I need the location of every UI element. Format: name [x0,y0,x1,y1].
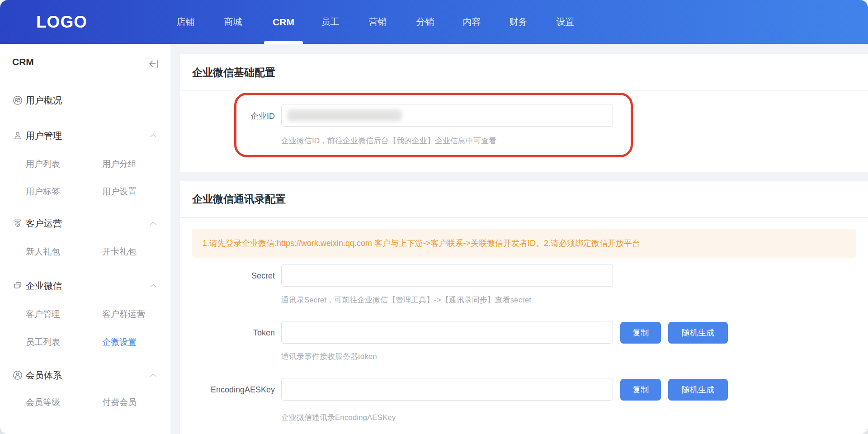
sidebar-item-label: 企业微信 [26,280,62,292]
sidebar-item-wecom[interactable]: 企业微信 [0,277,170,295]
nav-item-marketing[interactable]: 营销 [365,0,390,44]
corp-id-helper: 企业微信ID，前往企业微信后台【我的企业】企业信息中可查看 [281,136,496,146]
chevron-up-icon[interactable] [150,222,156,226]
nav-item-crm-label: CRM [273,17,294,27]
sidebar-subrow: 客户管理 客户群运营 [0,306,170,322]
corp-id-label: 企业ID [180,111,275,122]
generate-aeskey-button[interactable]: 随机生成 [668,379,728,401]
aes-key-input[interactable] [281,378,613,401]
sidebar-item-user-manage[interactable]: 用户管理 [0,127,170,145]
nav-item-finance[interactable]: 财务 [506,0,531,44]
sidebar-item-paid-member[interactable]: 付费会员 [102,396,137,408]
generate-token-button[interactable]: 随机生成 [668,322,728,344]
nav-item-distribution[interactable]: 分销 [413,0,438,44]
top-navbar: LOGO 店铺 商城 CRM 员工 营销 分销 内容 财务 设置 [0,0,868,44]
divider [11,78,160,78]
divider [180,217,868,218]
collapse-sidebar-icon[interactable] [148,59,159,69]
secret-label: Secret [180,271,275,281]
secret-helper: 通讯录Secret，可前往企业微信【管理工具】->【通讯录同步】查看secret [281,295,531,305]
section-wecom-contacts-config: 企业微信通讯录配置 1.请先登录企业微信:https://work.weixin… [180,181,868,434]
wecom-icon [13,281,23,291]
secret-input[interactable] [281,264,613,287]
chevron-up-icon[interactable] [150,134,156,138]
sidebar-title: CRM [12,57,34,67]
nav-item-settings[interactable]: 设置 [553,0,578,44]
sidebar-item-member-level[interactable]: 会员等级 [26,396,60,408]
customer-operation-icon [13,218,23,228]
sidebar-item-wecom-settings-active[interactable]: 企微设置 [102,336,137,348]
section-title: 企业微信通讯录配置 [192,181,286,217]
sidebar-item-member-system[interactable]: 会员体系 [0,366,170,384]
redacted-value [288,110,401,121]
divider [180,90,868,91]
sidebar-item-label: 用户管理 [26,130,62,142]
warning-banner: 1.请先登录企业微信:https://work.weixin.qq.com 客户… [192,229,856,258]
app-window: LOGO 店铺 商城 CRM 员工 营销 分销 内容 财务 设置 CRM [0,0,868,434]
sidebar-item-staff-list[interactable]: 员工列表 [26,336,60,348]
chevron-up-icon[interactable] [150,373,156,377]
token-helper: 通讯录事件接收服务器token [281,351,377,362]
aes-key-helper: 企业微信通讯录EncodingAESKey [281,412,396,423]
copy-token-button[interactable]: 复制 [620,322,661,344]
logo[interactable]: LOGO [36,0,87,44]
sidebar: CRM 用户概况 [0,44,170,434]
token-label: Token [180,328,275,338]
main-content: 企业微信基础配置 企业ID 企业微信ID，前往企业微信后台【我的企业】企业信息中… [170,44,868,434]
aes-key-label: EncodingAESKey [180,385,275,395]
sidebar-item-customer-operation[interactable]: 客户运营 [0,214,170,232]
sidebar-item-user-overview[interactable]: 用户概况 [0,91,170,109]
sidebar-item-label: 用户概况 [26,94,62,107]
section-title: 企业微信基础配置 [192,54,275,90]
sidebar-item-user-tag[interactable]: 用户标签 [26,186,60,198]
corp-id-input-wrap [281,104,613,127]
sidebar-subrow: 用户列表 用户分组 [0,156,170,172]
nav-item-content[interactable]: 内容 [459,0,484,44]
sidebar-item-user-setting[interactable]: 用户设置 [102,186,137,198]
section-wecom-basic-config: 企业微信基础配置 企业ID 企业微信ID，前往企业微信后台【我的企业】企业信息中… [180,54,868,172]
user-overview-icon [13,95,23,105]
sidebar-subrow: 新人礼包 开卡礼包 [0,244,170,260]
nav-item-mall[interactable]: 商城 [221,0,245,44]
chevron-up-icon[interactable] [150,284,156,288]
sidebar-subrow: 会员等级 付费会员 [0,394,170,410]
token-input[interactable] [281,321,613,344]
sidebar-item-customer-manage[interactable]: 客户管理 [26,308,60,320]
copy-aeskey-button[interactable]: 复制 [620,379,661,401]
sidebar-item-card-gift[interactable]: 开卡礼包 [102,246,137,258]
nav-item-store[interactable]: 店铺 [173,0,198,44]
sidebar-item-user-group[interactable]: 用户分组 [102,158,137,170]
sidebar-subrow: 员工列表 企微设置 [0,334,170,350]
nav-item-crm[interactable]: CRM [269,0,298,44]
sidebar-item-customer-group-op[interactable]: 客户群运营 [102,308,145,320]
sidebar-subrow: 用户标签 用户设置 [0,184,170,200]
sidebar-item-user-list[interactable]: 用户列表 [26,158,60,170]
sidebar-item-newbie-gift[interactable]: 新人礼包 [26,246,60,258]
sidebar-item-label: 客户运营 [26,217,62,230]
sidebar-item-label: 会员体系 [26,369,62,382]
nav-item-staff[interactable]: 员工 [318,0,343,44]
user-manage-icon [13,131,23,141]
member-system-icon [13,370,23,380]
